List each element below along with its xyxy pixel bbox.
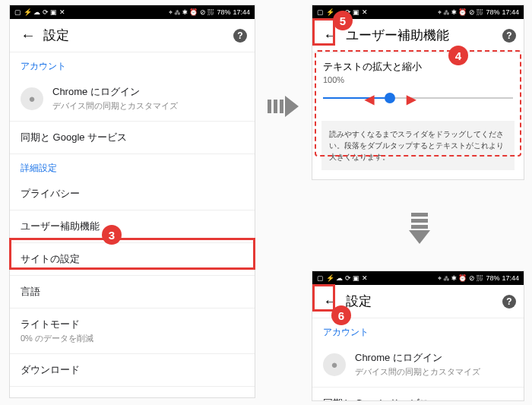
example-text: 読みやすくなるまでスライダをドラッグしてください。段落をダブルタップするとテキス… bbox=[321, 121, 515, 170]
row-sync[interactable]: 同期と Google サービス bbox=[312, 388, 524, 401]
row-download[interactable]: ダウンロード bbox=[10, 354, 255, 387]
login-sub: デバイス間の同期とカスタマイズ bbox=[355, 366, 480, 378]
text-scale-value: 100% bbox=[323, 75, 513, 84]
text-scale-label: テキストの拡大と縮小 bbox=[323, 60, 513, 74]
arrow-right-hint-icon: ▶ bbox=[407, 92, 416, 106]
help-icon[interactable]: ? bbox=[502, 29, 516, 43]
section-account: アカウント bbox=[10, 52, 255, 76]
help-icon[interactable]: ? bbox=[502, 295, 516, 308]
avatar-icon: ● bbox=[21, 87, 43, 110]
row-sync[interactable]: 同期と Google サービス bbox=[10, 122, 255, 154]
row-privacy[interactable]: プライバシー bbox=[10, 178, 255, 210]
row-site-settings[interactable]: サイトの設定 bbox=[10, 243, 255, 276]
page-title: ユーザー補助機能 bbox=[346, 27, 502, 44]
avatar-icon: ● bbox=[323, 353, 346, 376]
login-title: Chrome にログイン bbox=[355, 351, 480, 365]
accessibility-screen: ▢ ⚡ ☁ ⟳ ▣ ✕ ⌖ ⁂ ✱ ⏰ ⊘ ⛆78%17:44 ← ユーザー補助… bbox=[312, 5, 524, 180]
callout-6: 6 bbox=[331, 305, 351, 325]
text-scale-slider[interactable]: ◀ ▶ bbox=[323, 90, 513, 106]
slider-thumb[interactable] bbox=[385, 93, 395, 103]
page-title: 設定 bbox=[346, 293, 502, 310]
row-about[interactable]: Chrome について bbox=[10, 387, 255, 398]
callout-4: 4 bbox=[448, 46, 468, 65]
status-bar: ▢ ⚡ ☁ ⟳ ▣ ✕ ⌖ ⁂ ✱ ⏰ ⊘ ⛆78%17:44 bbox=[10, 5, 255, 19]
help-icon[interactable]: ? bbox=[233, 29, 247, 43]
page-title: 設定 bbox=[43, 27, 233, 44]
arrow-left-hint-icon: ◀ bbox=[365, 92, 374, 106]
arrow-right-icon bbox=[268, 96, 299, 117]
row-lite-mode[interactable]: ライトモード 0% のデータを削減 bbox=[10, 308, 255, 354]
row-login[interactable]: ● Chrome にログイン デバイス間の同期とカスタマイズ bbox=[312, 342, 524, 388]
app-bar: ← 設定 ? bbox=[10, 19, 255, 52]
arrow-down-icon bbox=[409, 213, 430, 244]
text-scale-section: テキストの拡大と縮小 100% ◀ ▶ bbox=[312, 52, 524, 116]
callout-3: 3 bbox=[102, 225, 122, 245]
login-sub: デバイス間の同期とカスタマイズ bbox=[52, 100, 178, 112]
back-icon[interactable]: ← bbox=[17, 25, 39, 46]
settings-screen-return: ▢ ⚡ ☁ ⟳ ▣ ✕ ⌖ ⁂ ✱ ⏰ ⊘ ⛆78%17:44 ← 設定 ? ア… bbox=[312, 271, 524, 401]
callout-5: 5 bbox=[333, 11, 353, 30]
login-title: Chrome にログイン bbox=[52, 85, 178, 99]
row-language[interactable]: 言語 bbox=[10, 276, 255, 308]
settings-screen-left: ▢ ⚡ ☁ ⟳ ▣ ✕ ⌖ ⁂ ✱ ⏰ ⊘ ⛆78%17:44 ← 設定 ? ア… bbox=[9, 5, 255, 398]
row-accessibility[interactable]: ユーザー補助機能 bbox=[10, 210, 255, 243]
section-advanced: 詳細設定 bbox=[10, 154, 255, 178]
row-login[interactable]: ● Chrome にログイン デバイス間の同期とカスタマイズ bbox=[10, 76, 255, 122]
status-bar: ▢ ⚡ ☁ ⟳ ▣ ✕ ⌖ ⁂ ✱ ⏰ ⊘ ⛆78%17:44 bbox=[312, 271, 524, 285]
